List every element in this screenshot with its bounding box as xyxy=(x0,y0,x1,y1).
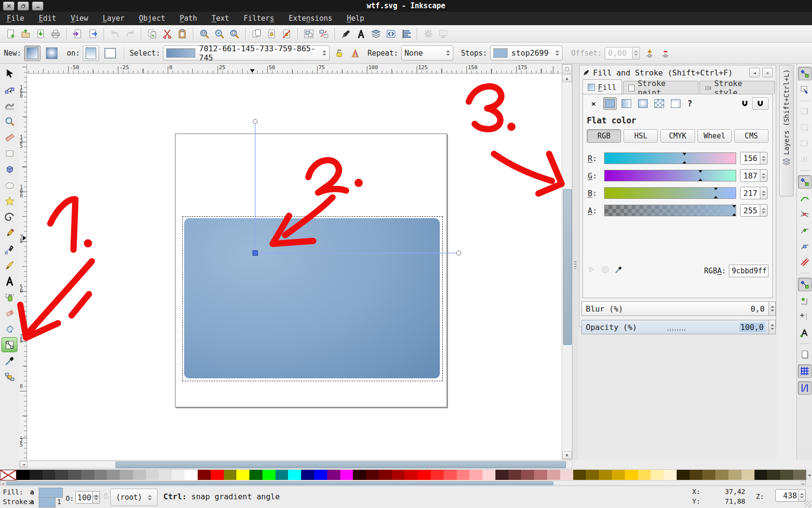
palette-swatch[interactable] xyxy=(780,470,793,480)
print-icon[interactable] xyxy=(49,27,62,40)
panel-close-button[interactable]: ✕ xyxy=(762,68,773,77)
palette-swatch[interactable] xyxy=(16,470,29,480)
blur-slider[interactable]: Blur (%) 0,0 xyxy=(581,301,769,316)
duplicate-icon[interactable] xyxy=(250,27,263,40)
slider-thumb-icon[interactable] xyxy=(732,205,736,208)
menu-view[interactable]: View xyxy=(71,14,88,23)
stops-dropdown[interactable]: stop2699 xyxy=(490,45,563,60)
palette-swatch[interactable] xyxy=(625,470,638,480)
fill-rule-evenodd-icon[interactable] xyxy=(740,99,749,108)
palette-swatch[interactable] xyxy=(715,470,728,480)
opacity-spinner-icon[interactable] xyxy=(769,320,776,334)
spinner-arrows-icon[interactable] xyxy=(760,152,768,164)
palette-swatch[interactable] xyxy=(249,470,262,480)
palette-swatch[interactable] xyxy=(68,470,81,480)
snap-grids-button[interactable] xyxy=(798,364,812,378)
fill-stroke-dialog-icon[interactable] xyxy=(339,27,352,40)
menu-help[interactable]: Help xyxy=(347,14,364,23)
palette-swatch[interactable] xyxy=(469,470,482,480)
palette-scroll-left-icon[interactable]: ◄ xyxy=(0,481,5,485)
vertical-scrollbar-thumb[interactable] xyxy=(563,189,572,345)
palette-swatch[interactable] xyxy=(366,470,379,480)
palette-swatch[interactable] xyxy=(482,470,495,480)
menu-file[interactable]: File xyxy=(7,14,24,23)
palette-swatch[interactable] xyxy=(43,470,56,480)
palette-swatch[interactable] xyxy=(172,470,185,480)
slider-thumb-icon[interactable] xyxy=(698,170,702,173)
palette-scrollbar[interactable]: ◄ ► xyxy=(0,480,806,485)
save-document-icon[interactable] xyxy=(34,27,47,40)
palette-swatch[interactable] xyxy=(457,470,470,480)
palette-swatch[interactable] xyxy=(29,470,43,480)
scroll-down-icon[interactable]: ▼ xyxy=(562,451,572,459)
fill-rule-nonzero-button[interactable] xyxy=(752,97,768,110)
horizontal-scrollbar-thumb[interactable] xyxy=(116,462,566,468)
zoom-page-icon[interactable] xyxy=(228,27,241,40)
palette-swatch[interactable] xyxy=(508,470,522,480)
spinner-arrows-icon[interactable] xyxy=(760,204,768,217)
palette-swatch[interactable] xyxy=(55,470,68,480)
clone-icon[interactable] xyxy=(265,27,278,40)
zoom-spinbox[interactable]: 438 xyxy=(775,489,806,502)
palette-swatch[interactable] xyxy=(159,470,172,480)
palette-swatch[interactable] xyxy=(754,470,768,480)
slider-thumb-icon[interactable] xyxy=(682,161,686,164)
snap-object-centers-button[interactable] xyxy=(798,295,811,307)
palette-swatch[interactable] xyxy=(638,470,651,480)
palette-scroll-right-icon[interactable]: ► xyxy=(801,481,806,485)
slider-thumb-icon[interactable] xyxy=(682,153,686,155)
palette-swatch[interactable] xyxy=(340,470,353,480)
palette-scrollbar-thumb[interactable] xyxy=(6,481,553,485)
channel-slider-g[interactable] xyxy=(604,170,736,181)
slider-thumb-icon[interactable] xyxy=(698,179,702,181)
menu-path[interactable]: Path xyxy=(180,14,197,23)
snap-cusp-nodes-button[interactable] xyxy=(798,224,811,237)
channel-slider-a[interactable] xyxy=(604,205,736,216)
color-mode-wheel[interactable]: Wheel xyxy=(697,129,732,143)
layer-visibility-icon[interactable] xyxy=(92,492,101,501)
palette-swatch[interactable] xyxy=(120,470,133,480)
palette-swatch[interactable] xyxy=(560,470,573,480)
palette-swatch[interactable] xyxy=(211,470,224,480)
add-stop-icon[interactable] xyxy=(643,46,656,60)
palette-swatch[interactable] xyxy=(793,470,806,480)
palette-swatch[interactable] xyxy=(444,470,457,480)
tool-pencil[interactable] xyxy=(1,225,17,240)
import-icon[interactable] xyxy=(71,27,84,40)
tool-zoom[interactable] xyxy=(1,114,17,129)
unlink-clone-icon[interactable] xyxy=(280,27,293,40)
horizontal-scrollbar[interactable]: ◄ xyxy=(19,461,572,468)
channel-spinbox-r[interactable]: 156 xyxy=(740,152,768,164)
new-radial-gradient-button[interactable] xyxy=(44,45,60,61)
palette-swatch[interactable] xyxy=(599,470,612,480)
color-mode-cms[interactable]: CMS xyxy=(734,129,768,143)
text-dialog-icon[interactable] xyxy=(354,27,367,40)
palette-swatch[interactable] xyxy=(728,470,741,480)
palette-swatch[interactable] xyxy=(327,470,340,480)
canvas[interactable] xyxy=(27,74,562,460)
scroll-up-icon[interactable]: ▲ xyxy=(562,75,572,82)
menu-layer[interactable]: Layer xyxy=(102,14,124,23)
new-linear-gradient-button[interactable] xyxy=(24,45,41,61)
palette-swatch[interactable] xyxy=(392,470,405,480)
palette-swatch[interactable] xyxy=(405,470,418,480)
snap-page-border-button[interactable] xyxy=(798,348,811,361)
stroke-color-swatch[interactable] xyxy=(39,497,56,508)
channel-spinbox-g[interactable]: 187 xyxy=(740,169,768,182)
color-picker-icon[interactable] xyxy=(614,265,624,274)
palette-swatch[interactable] xyxy=(301,470,314,480)
tool-connector[interactable] xyxy=(1,369,17,384)
vertical-ruler[interactable]: 1 5 01 2 51 0 07 55 02 50- 2 5 xyxy=(19,64,27,460)
color-mode-cmyk[interactable]: CMYK xyxy=(660,129,695,143)
tool-measure[interactable] xyxy=(1,130,17,145)
align-distribute-icon[interactable] xyxy=(399,27,412,40)
selected-rectangle[interactable] xyxy=(184,218,440,378)
tool-tweak[interactable] xyxy=(1,98,17,113)
delete-stop-icon[interactable] xyxy=(659,46,672,60)
channel-spinbox-a[interactable]: 255 xyxy=(740,204,768,217)
palette-swatch[interactable] xyxy=(547,470,560,480)
palette-swatch[interactable] xyxy=(314,470,327,480)
snap-nodes-button[interactable] xyxy=(798,175,812,189)
palette-swatch[interactable] xyxy=(262,470,276,480)
snap-smooth-nodes-button[interactable] xyxy=(798,240,811,253)
